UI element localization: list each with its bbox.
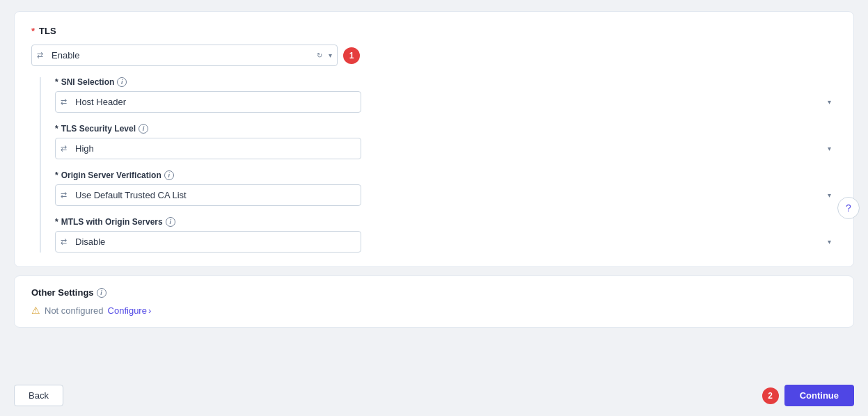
sni-field-group: * SNI Selection i ⇄ Host Header Custom ▾ [55,77,837,113]
mtls-label: MTLS with Origin Servers [61,217,163,227]
configure-chevron: › [148,305,151,316]
tls-enable-row: ⇄ Enable Disable ↻ ▾ 1 [31,45,837,66]
configure-link[interactable]: Configure › [108,305,152,316]
warning-icon: ⚠ [31,305,40,316]
help-icon: ? [846,202,851,214]
mtls-chevron-icon: ▾ [828,238,831,246]
origin-verification-field-group: * Origin Server Verification i ⇄ Use Def… [55,170,837,206]
mtls-required: * [55,217,58,227]
continue-row: 2 Continue [762,385,854,406]
help-button[interactable]: ? [837,197,860,219]
mtls-field-group: * MTLS with Origin Servers i ⇄ Disable E… [55,217,837,253]
continue-button[interactable]: Continue [784,385,854,406]
security-level-label-row: * TLS Security Level i [55,124,837,134]
mtls-select-wrapper: ⇄ Disable Enable ▾ [55,231,837,253]
tls-label: TLS [39,26,56,36]
origin-verification-select-wrapper: ⇄ Use Default Trusted CA List Custom ▾ [55,184,837,206]
sni-required: * [55,77,58,87]
origin-verification-info-icon[interactable]: i [164,170,174,180]
security-level-chevron-icon: ▾ [828,145,831,152]
origin-verification-chevron-icon: ▾ [828,191,831,199]
mtls-select[interactable]: Disable Enable [55,231,361,253]
origin-verification-select[interactable]: Use Default Trusted CA List Custom [55,184,361,206]
other-settings-label: Other Settings [31,287,94,298]
sni-info-icon[interactable]: i [117,77,127,87]
continue-step-badge: 2 [762,387,779,404]
configure-label: Configure [108,305,147,316]
security-level-label: TLS Security Level [61,124,136,134]
tls-step-badge: 1 [343,47,360,64]
tls-required-marker: * [31,26,35,36]
sni-chevron-icon: ▾ [828,98,831,106]
origin-verification-required: * [55,170,58,180]
tls-section-title: * TLS [31,26,837,36]
security-level-select[interactable]: High Medium Low [55,138,361,159]
footer: Back 2 Continue [0,375,868,416]
sni-select-wrapper: ⇄ Host Header Custom ▾ [55,91,837,113]
back-button[interactable]: Back [14,385,63,406]
tls-nested-fields: * SNI Selection i ⇄ Host Header Custom ▾… [40,77,837,253]
security-level-select-wrapper: ⇄ High Medium Low ▾ [55,138,837,159]
not-configured-row: ⚠ Not configured Configure › [31,305,837,316]
other-settings-title: Other Settings i [31,287,837,298]
security-level-field-group: * TLS Security Level i ⇄ High Medium Low… [55,124,837,159]
mtls-label-row: * MTLS with Origin Servers i [55,217,837,227]
mtls-info-icon[interactable]: i [166,217,175,227]
sni-select[interactable]: Host Header Custom [55,91,361,113]
origin-verification-label: Origin Server Verification [61,170,161,180]
tls-enable-select[interactable]: Enable Disable [31,45,338,66]
origin-verification-label-row: * Origin Server Verification i [55,170,837,180]
not-configured-text: Not configured [45,305,104,316]
other-settings-info-icon[interactable]: i [97,288,106,298]
tls-card: * TLS ⇄ Enable Disable ↻ ▾ 1 * SNI S [14,11,854,267]
security-level-info-icon[interactable]: i [139,124,148,134]
security-level-required: * [55,124,58,134]
sni-label-row: * SNI Selection i [55,77,837,87]
sni-label: SNI Selection [61,77,115,87]
tls-enable-wrapper: ⇄ Enable Disable ↻ ▾ [31,45,338,66]
other-settings-card: Other Settings i ⚠ Not configured Config… [14,275,854,328]
